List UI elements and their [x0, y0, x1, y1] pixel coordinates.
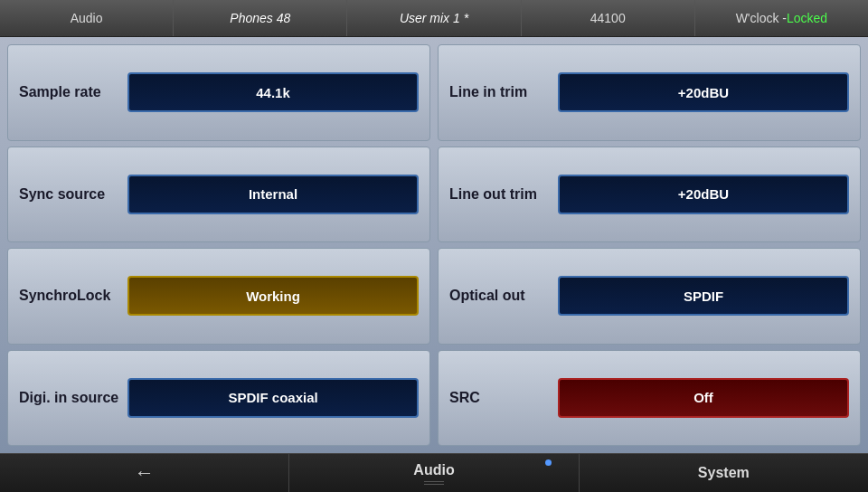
main-content: Sample rate 44.1k Sync source Internal S…: [0, 37, 868, 453]
synchrolock-button[interactable]: Working: [127, 276, 419, 316]
left-column: Sample rate 44.1k Sync source Internal S…: [7, 44, 430, 446]
header-phones48[interactable]: Phones 48: [174, 0, 347, 36]
header-samplerate: 44100: [522, 0, 695, 36]
optical-out-row: Optical out SPDIF: [438, 248, 861, 345]
sample-rate-row: Sample rate 44.1k: [7, 44, 430, 141]
audio-label-wrap: Audio: [413, 462, 454, 485]
sample-rate-label: Sample rate: [19, 84, 118, 100]
src-row: SRC Off: [438, 350, 861, 447]
digi-in-source-row: Digi. in source SPDIF coaxial: [7, 350, 430, 447]
synchrolock-label: SynchroLock: [19, 288, 118, 304]
header-audio[interactable]: Audio: [0, 0, 174, 36]
line-out-trim-label: Line out trim: [449, 186, 549, 203]
header-wordclock: W'clock - Locked: [695, 0, 868, 36]
digi-in-source-button[interactable]: SPDIF coaxial: [127, 378, 419, 418]
line-in-trim-label: Line in trim: [449, 84, 549, 100]
system-button[interactable]: System: [580, 454, 868, 492]
digi-in-source-label: Digi. in source: [19, 390, 118, 406]
src-label: SRC: [449, 390, 549, 406]
sample-rate-button[interactable]: 44.1k: [127, 72, 419, 112]
sync-source-button[interactable]: Internal: [127, 175, 419, 214]
audio-footer-button[interactable]: Audio: [289, 454, 579, 492]
optical-out-button[interactable]: SPDIF: [558, 276, 849, 316]
synchrolock-row: SynchroLock Working: [7, 248, 430, 345]
back-button[interactable]: ←: [0, 454, 289, 492]
header-locked-label: Locked: [787, 11, 827, 25]
sync-source-row: Sync source Internal: [7, 147, 430, 243]
system-footer-label: System: [698, 465, 750, 481]
line-in-trim-button[interactable]: +20dBU: [558, 72, 849, 112]
sync-source-label: Sync source: [19, 186, 118, 203]
right-column: Line in trim +20dBU Line out trim +20dBU…: [438, 44, 861, 446]
header-wordclock-label: W'clock -: [736, 11, 787, 25]
header-audio-label: Audio: [71, 11, 103, 25]
header-bar: Audio Phones 48 User mix 1 * 44100 W'clo…: [0, 0, 868, 37]
header-samplerate-label: 44100: [590, 11, 626, 25]
audio-dot-indicator: [545, 459, 552, 466]
audio-footer-label: Audio: [413, 462, 454, 478]
header-phones48-label: Phones 48: [230, 11, 290, 25]
line-out-trim-button[interactable]: +20dBU: [558, 175, 849, 214]
back-arrow-icon: ←: [135, 461, 155, 485]
header-usermix-label: User mix 1 *: [400, 11, 468, 25]
header-usermix[interactable]: User mix 1 *: [347, 0, 521, 36]
footer-bar: ← Audio System: [0, 453, 868, 492]
optical-out-label: Optical out: [449, 288, 549, 304]
line-in-trim-row: Line in trim +20dBU: [438, 44, 861, 141]
line-out-trim-row: Line out trim +20dBU: [438, 147, 861, 243]
src-button[interactable]: Off: [558, 378, 849, 418]
audio-sub-lines: [424, 481, 444, 485]
